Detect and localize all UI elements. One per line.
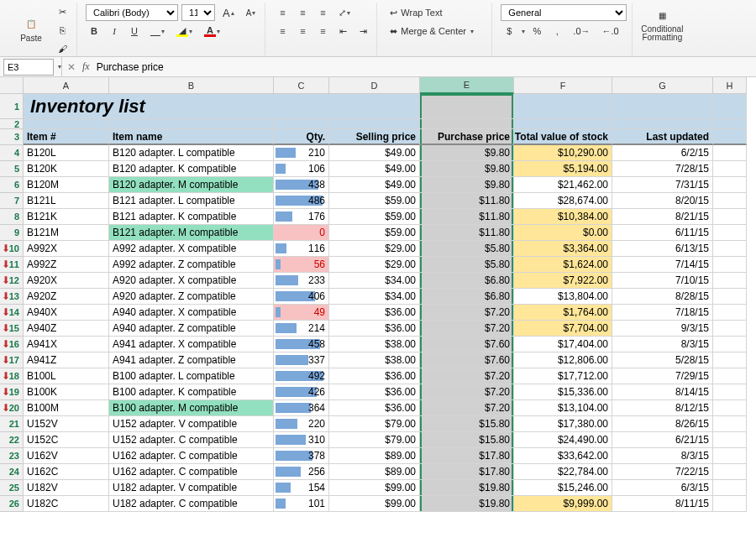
merge-center-button[interactable]: ⬌Merge & Center▾ (386, 23, 486, 39)
cell-total[interactable]: $9,999.00 (514, 496, 612, 512)
decrease-decimal-button[interactable]: ←.0 (598, 23, 623, 39)
cell-item-no[interactable]: B120M (24, 177, 109, 193)
cell[interactable] (713, 368, 747, 384)
cell-qty[interactable]: 492 (274, 368, 329, 384)
cell-selling[interactable]: $79.00 (329, 432, 420, 448)
format-painter-button[interactable]: 🖌 (54, 40, 71, 57)
cell-item-no[interactable]: U182V (24, 480, 109, 496)
orientation-button[interactable]: ⤢▾ (334, 4, 354, 21)
cell-qty[interactable]: 101 (274, 496, 329, 512)
cell[interactable] (713, 129, 747, 145)
cell[interactable] (713, 337, 747, 352)
cell-total[interactable]: $15,246.00 (514, 480, 612, 496)
cell-qty[interactable]: 378 (274, 448, 329, 464)
cell-qty[interactable]: 220 (274, 416, 329, 432)
cell-qty[interactable]: 406 (274, 289, 329, 305)
cell-purchase[interactable]: $19.80 (420, 480, 514, 496)
cell[interactable] (329, 119, 420, 129)
cell-qty[interactable]: 56 (274, 257, 329, 273)
cell[interactable] (713, 496, 747, 512)
cell-selling[interactable]: $36.00 (329, 384, 420, 400)
title-cell[interactable]: Inventory list (24, 94, 420, 119)
cell-purchase[interactable]: ⬇$7.20 (420, 384, 514, 400)
table-header[interactable]: Purchase price (420, 129, 514, 145)
cell-selling[interactable]: $59.00 (329, 225, 420, 241)
row-header[interactable]: 1 (0, 94, 24, 119)
name-box[interactable] (3, 59, 54, 76)
cell-item-no[interactable]: U152C (24, 432, 109, 448)
cell-item-name[interactable]: B120 adapter. L compatible (109, 145, 274, 161)
col-header-D[interactable]: D (329, 77, 420, 94)
wrap-text-button[interactable]: ↩Wrap Text (386, 4, 478, 21)
cell-item-no[interactable]: B120L (24, 145, 109, 161)
cell[interactable] (713, 273, 747, 289)
cell-qty[interactable]: 106 (274, 161, 329, 177)
cell-updated[interactable]: 6/2/15 (612, 145, 713, 161)
cell-selling[interactable]: $79.00 (329, 416, 420, 432)
cell-updated[interactable]: 5/28/15 (612, 352, 713, 368)
cell-total[interactable]: $0.00 (514, 225, 612, 241)
table-header[interactable]: Qty. (274, 129, 329, 145)
cell-purchase[interactable]: $19.80 (420, 496, 514, 512)
cut-button[interactable]: ✂ (54, 3, 71, 20)
font-size-select[interactable]: 11 (181, 4, 215, 21)
cell-purchase[interactable]: $15.80 (420, 432, 514, 448)
decrease-font-button[interactable]: A▾ (242, 4, 260, 21)
align-center-button[interactable]: ≡ (294, 23, 311, 39)
cell[interactable] (713, 161, 747, 177)
cell-item-name[interactable]: U162 adapter. C compatible (109, 464, 274, 480)
row-header[interactable]: 2 (0, 119, 24, 129)
cell-qty[interactable]: 233 (274, 273, 329, 289)
cell[interactable] (713, 448, 747, 464)
cell[interactable] (713, 145, 747, 161)
cell-qty[interactable]: 426 (274, 384, 329, 400)
cell-total[interactable]: $21,462.00 (514, 177, 612, 193)
cell-item-no[interactable]: A941Z (24, 352, 109, 368)
bold-button[interactable]: B (86, 23, 102, 39)
table-header[interactable]: Last updated (612, 129, 713, 145)
row-header[interactable]: 6 (0, 177, 24, 193)
cell-qty[interactable]: 210 (274, 145, 329, 161)
cell[interactable] (713, 352, 747, 368)
cell-total[interactable]: $22,784.00 (514, 464, 612, 480)
cell-purchase[interactable]: ⬇$7.60 (420, 352, 514, 368)
italic-button[interactable]: I (106, 23, 123, 39)
row-header[interactable]: 5 (0, 161, 24, 177)
row-header[interactable]: 7 (0, 193, 24, 209)
cell-total[interactable]: $17,712.00 (514, 368, 612, 384)
cell-item-name[interactable]: A992 adapter. Z compatible (109, 257, 274, 273)
cell-updated[interactable]: 7/18/15 (612, 305, 713, 321)
row-header[interactable]: 3 (0, 129, 24, 145)
cell-item-name[interactable]: A941 adapter. X compatible (109, 337, 274, 352)
cell-purchase[interactable]: ⬇$7.20 (420, 305, 514, 321)
cell[interactable] (713, 225, 747, 241)
cell-total[interactable]: $3,364.00 (514, 241, 612, 257)
cell-item-no[interactable]: U162V (24, 448, 109, 464)
borders-button[interactable]: ▾ (146, 23, 169, 39)
percent-button[interactable]: % (528, 23, 545, 39)
cell[interactable] (713, 94, 747, 119)
cell-selling[interactable]: $38.00 (329, 352, 420, 368)
number-format-select[interactable]: General (501, 4, 627, 21)
table-header[interactable]: Item name (109, 129, 274, 145)
cell-item-name[interactable]: U152 adapter. C compatible (109, 432, 274, 448)
align-right-button[interactable]: ≡ (314, 23, 331, 39)
row-header[interactable]: 22 (0, 432, 24, 448)
cell-purchase[interactable]: ⬇$7.20 (420, 321, 514, 337)
cell-purchase[interactable]: $11.80 (420, 193, 514, 209)
cell-item-no[interactable]: B100M (24, 400, 109, 416)
cell-purchase[interactable]: ⬇$5.80 (420, 241, 514, 257)
col-header-C[interactable]: C (274, 77, 329, 94)
col-header-A[interactable]: A (24, 77, 109, 94)
cell-item-name[interactable]: U162 adapter. C compatible (109, 448, 274, 464)
cell-item-no[interactable]: A992X (24, 241, 109, 257)
cell-qty[interactable]: 310 (274, 432, 329, 448)
cell[interactable] (109, 119, 274, 129)
cell-purchase[interactable]: $11.80 (420, 225, 514, 241)
fx-icon[interactable]: fx (82, 60, 90, 73)
cell[interactable] (713, 241, 747, 257)
cell-updated[interactable]: 7/22/15 (612, 464, 713, 480)
cell-purchase[interactable]: ⬇$7.20 (420, 368, 514, 384)
row-header[interactable]: 24 (0, 464, 24, 480)
cell-total[interactable]: $1,624.00 (514, 257, 612, 273)
